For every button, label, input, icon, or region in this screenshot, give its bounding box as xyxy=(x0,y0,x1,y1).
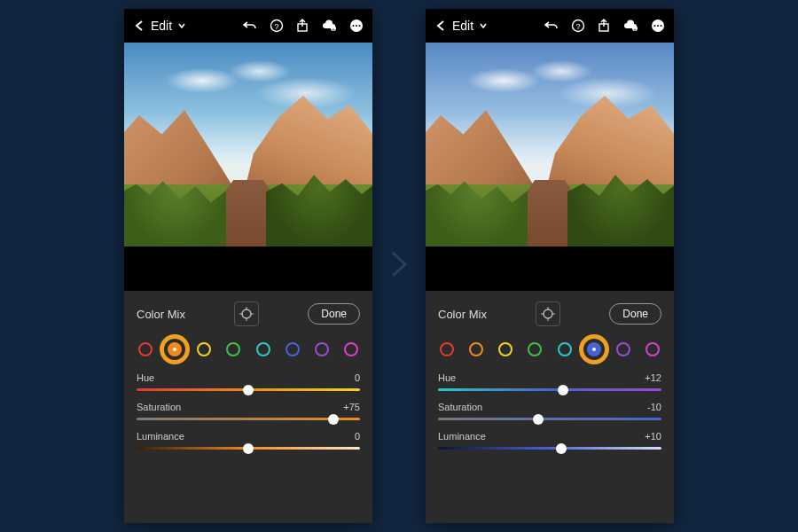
hue-slider[interactable]: Hue0 xyxy=(137,372,360,391)
hue-value: 0 xyxy=(355,372,360,383)
saturation-value: +75 xyxy=(343,402,360,412)
done-button[interactable]: Done xyxy=(609,303,661,325)
panel-title: Color Mix xyxy=(137,308,185,321)
color-swatch-row xyxy=(438,339,661,372)
color-swatch[interactable] xyxy=(469,342,483,356)
saturation-slider[interactable]: Saturation-10 xyxy=(438,402,661,420)
saturation-label: Saturation xyxy=(137,402,181,412)
svg-point-20 xyxy=(654,25,656,27)
saturation-slider[interactable]: Saturation+75 xyxy=(137,402,360,420)
help-icon[interactable]: ? xyxy=(270,19,284,33)
spacer xyxy=(124,246,372,291)
luminance-label: Luminance xyxy=(438,431,486,442)
color-swatch[interactable] xyxy=(138,342,153,356)
more-icon[interactable] xyxy=(651,19,665,33)
svg-point-7 xyxy=(356,25,357,27)
chevron-down-icon[interactable] xyxy=(479,21,488,30)
done-button[interactable]: Done xyxy=(308,303,360,325)
svg-text:+: + xyxy=(633,27,637,32)
svg-point-22 xyxy=(661,25,662,27)
color-mix-panel: Color Mix Done Hue+12 Saturation-10 Lumi… xyxy=(426,291,674,523)
color-swatch[interactable] xyxy=(168,342,182,356)
color-swatch[interactable] xyxy=(315,342,329,356)
luminance-slider[interactable]: Luminance+10 xyxy=(438,431,661,450)
color-swatch-row xyxy=(137,339,360,372)
phone-right: Edit ? + Color Mix Done Hue+12 xyxy=(426,9,674,523)
panel-title: Color Mix xyxy=(438,308,487,321)
cloud-sync-icon[interactable]: + xyxy=(622,20,638,32)
color-swatch[interactable] xyxy=(498,342,512,356)
saturation-value: -10 xyxy=(647,402,661,412)
luminance-label: Luminance xyxy=(137,431,184,442)
color-swatch[interactable] xyxy=(256,342,270,356)
help-icon[interactable]: ? xyxy=(571,19,585,33)
luminance-slider[interactable]: Luminance0 xyxy=(137,431,360,450)
cloud-sync-icon[interactable]: + xyxy=(321,20,337,32)
color-swatch[interactable] xyxy=(558,342,572,356)
svg-point-6 xyxy=(353,25,355,27)
hue-slider[interactable]: Hue+12 xyxy=(438,372,661,391)
color-swatch[interactable] xyxy=(440,342,454,356)
color-swatch[interactable] xyxy=(197,342,211,356)
spacer xyxy=(426,246,674,291)
luminance-value: 0 xyxy=(355,431,360,442)
color-swatch[interactable] xyxy=(616,342,630,356)
color-swatch[interactable] xyxy=(286,342,300,356)
preview-image xyxy=(426,43,674,246)
top-bar: Edit ? + xyxy=(426,9,674,43)
share-icon[interactable] xyxy=(598,19,610,33)
hue-label: Hue xyxy=(438,372,456,383)
chevron-down-icon[interactable] xyxy=(177,21,186,30)
back-icon[interactable] xyxy=(133,20,145,32)
color-swatch[interactable] xyxy=(226,342,240,356)
color-swatch[interactable] xyxy=(344,342,358,356)
edit-menu-label[interactable]: Edit xyxy=(452,19,473,33)
svg-point-21 xyxy=(657,25,659,27)
undo-icon[interactable] xyxy=(243,20,257,32)
back-icon[interactable] xyxy=(434,20,447,32)
color-mix-panel: Color Mix Done Hue0 Saturation+75 Lumina… xyxy=(124,291,372,523)
phone-left: Edit ? + Color Mix Done Hue0 xyxy=(124,9,372,523)
svg-text:+: + xyxy=(332,27,335,32)
undo-icon[interactable] xyxy=(544,20,559,32)
color-swatch[interactable] xyxy=(587,342,601,356)
share-icon[interactable] xyxy=(296,19,309,33)
svg-text:?: ? xyxy=(274,22,278,31)
svg-point-8 xyxy=(359,25,361,27)
saturation-label: Saturation xyxy=(438,402,482,412)
arrow-right-icon xyxy=(389,249,409,283)
targeted-adjustment-button[interactable] xyxy=(536,301,560,326)
hue-label: Hue xyxy=(137,372,154,383)
preview-image xyxy=(124,43,372,246)
luminance-value: +10 xyxy=(645,431,661,442)
targeted-adjustment-button[interactable] xyxy=(234,301,259,326)
svg-text:?: ? xyxy=(575,22,580,31)
color-swatch[interactable] xyxy=(528,342,542,356)
color-swatch[interactable] xyxy=(645,342,660,356)
edit-menu-label[interactable]: Edit xyxy=(151,19,172,33)
hue-value: +12 xyxy=(645,372,661,383)
svg-point-9 xyxy=(242,309,251,318)
more-icon[interactable] xyxy=(349,19,364,33)
svg-point-23 xyxy=(544,309,552,318)
top-bar: Edit ? + xyxy=(124,9,372,43)
